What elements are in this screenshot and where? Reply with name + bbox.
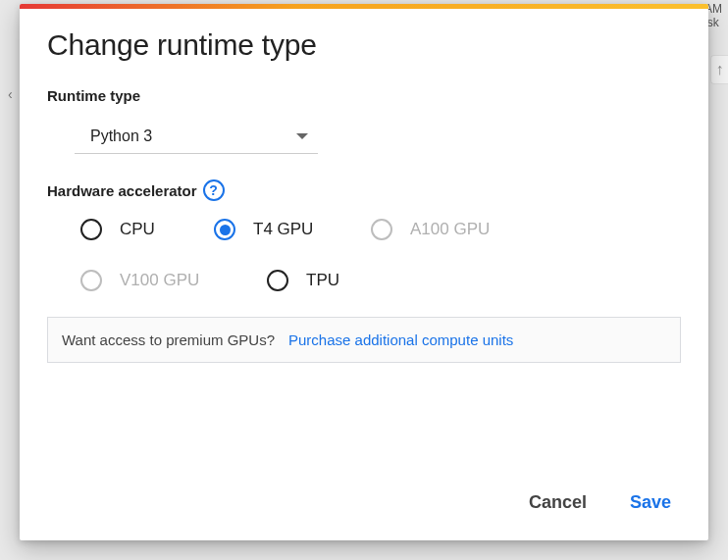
dialog-body: Change runtime type Runtime type Python … xyxy=(20,9,708,471)
radio-icon xyxy=(214,219,235,240)
background-left-caret: ‹ xyxy=(8,86,13,102)
radio-v100-gpu: V100 GPU xyxy=(80,270,267,291)
radio-label: CPU xyxy=(120,220,155,239)
dialog-title: Change runtime type xyxy=(47,28,681,62)
accelerator-radio-group: CPU T4 GPU A100 GPU V100 GPU T xyxy=(80,219,681,291)
runtime-type-dialog: Change runtime type Runtime type Python … xyxy=(20,4,708,540)
caret-down-icon xyxy=(296,133,308,139)
purchase-compute-link[interactable]: Purchase additional compute units xyxy=(288,331,513,348)
radio-tpu[interactable]: TPU xyxy=(267,270,414,291)
background-up-arrow: ↑ xyxy=(710,55,728,84)
promo-text: Want access to premium GPUs? xyxy=(62,331,275,348)
radio-icon xyxy=(80,219,102,240)
hardware-accelerator-label: Hardware accelerator ? xyxy=(47,179,681,201)
runtime-type-selected: Python 3 xyxy=(90,127,152,145)
radio-icon xyxy=(267,270,288,291)
runtime-type-dropdown[interactable]: Python 3 xyxy=(75,118,318,154)
runtime-type-label: Runtime type xyxy=(47,87,681,104)
radio-label: A100 GPU xyxy=(410,220,490,239)
premium-gpu-promo: Want access to premium GPUs? Purchase ad… xyxy=(47,317,681,363)
hardware-accelerator-label-text: Hardware accelerator xyxy=(47,182,197,199)
radio-cpu[interactable]: CPU xyxy=(80,219,214,240)
radio-a100-gpu: A100 GPU xyxy=(371,219,538,240)
radio-t4-gpu[interactable]: T4 GPU xyxy=(214,219,371,240)
cancel-button[interactable]: Cancel xyxy=(521,486,595,519)
radio-label: V100 GPU xyxy=(120,271,199,290)
save-button[interactable]: Save xyxy=(622,486,679,519)
radio-icon xyxy=(80,270,102,291)
dialog-footer: Cancel Save xyxy=(20,471,708,540)
radio-icon xyxy=(371,219,392,240)
radio-label: TPU xyxy=(306,271,339,290)
help-icon[interactable]: ? xyxy=(203,179,225,201)
radio-label: T4 GPU xyxy=(253,220,313,239)
